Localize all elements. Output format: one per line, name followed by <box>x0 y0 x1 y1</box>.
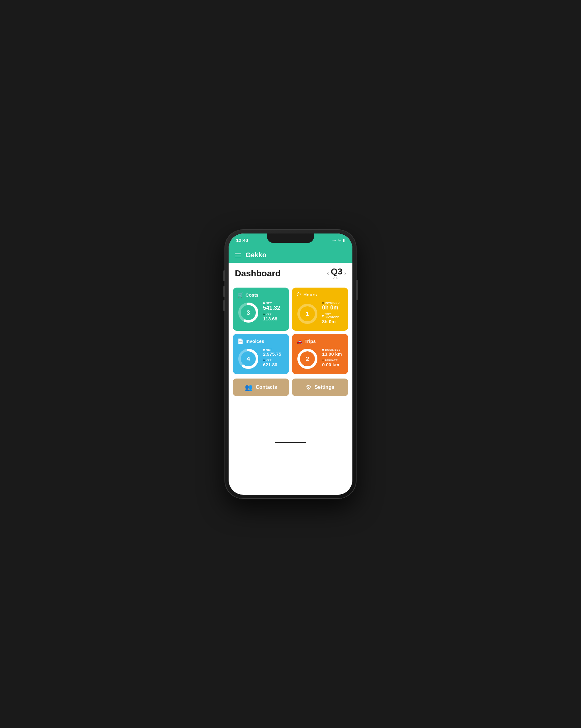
costs-vat-dot <box>263 313 265 315</box>
costs-body: 3 NET 541.32 VAT 113.68 <box>237 302 284 323</box>
hours-not-invoiced-dot <box>322 315 324 317</box>
settings-icon: ⚙ <box>306 384 311 391</box>
costs-net-dot <box>263 302 265 304</box>
trips-private-label: PRIVATE <box>322 359 344 362</box>
invoices-net-label: NET <box>263 348 284 352</box>
hours-not-invoiced-value: 8h 0m <box>322 319 344 324</box>
hours-card-header: ⏱ Hours <box>297 292 344 297</box>
costs-vat-value: 113.68 <box>263 316 284 322</box>
status-bar: 12:40 ···· ∿ ▮ <box>229 234 352 247</box>
invoices-title: Invoices <box>246 339 264 344</box>
costs-net-label: NET <box>263 302 284 305</box>
invoices-vat-label: VAT <box>263 359 284 362</box>
contacts-button[interactable]: 👥 Contacts <box>233 379 289 396</box>
trips-business-value: 13.00 km <box>322 352 344 357</box>
costs-count: 3 <box>246 309 250 316</box>
dashboard-grid: 🛒 Costs 3 NET <box>229 283 352 379</box>
phone-screen: 12:40 ···· ∿ ▮ Gekko Dashboard ‹ Q3 <box>229 234 352 495</box>
bottom-buttons: 👥 Contacts ⚙ Settings <box>229 379 352 400</box>
period-next-button[interactable]: › <box>344 270 346 277</box>
trips-body: 2 BUSINESS 13.00 km PRIVATE 0.00 km <box>297 348 344 370</box>
period-label: Q3 2020 <box>331 267 343 280</box>
menu-button[interactable] <box>235 253 241 257</box>
period-quarter: Q3 <box>331 267 343 276</box>
invoices-donut: 4 <box>237 348 259 370</box>
period-nav: ‹ Q3 2020 › <box>327 267 346 280</box>
home-indicator <box>229 438 352 447</box>
invoices-vat-value: 621.80 <box>263 362 284 368</box>
phone-frame: 12:40 ···· ∿ ▮ Gekko Dashboard ‹ Q3 <box>225 230 356 499</box>
hours-card[interactable]: ⏱ Hours 1 INVOICED <box>292 288 348 331</box>
empty-area <box>229 400 352 438</box>
hours-body: 1 INVOICED 0h 0m NOT INVOICED 8h 0m <box>297 301 344 326</box>
trips-business-label: BUSINESS <box>322 348 344 352</box>
costs-title: Costs <box>246 292 259 297</box>
dashboard-header: Dashboard ‹ Q3 2020 › <box>229 263 352 283</box>
app-title: Gekko <box>246 251 267 259</box>
invoices-count: 4 <box>246 355 250 362</box>
home-bar <box>275 442 306 443</box>
trips-count: 2 <box>305 355 309 362</box>
battery-icon: ▮ <box>343 238 345 242</box>
contacts-label: Contacts <box>256 385 277 390</box>
invoices-body: 4 NET 2,975.75 VAT 621.80 <box>237 348 284 370</box>
wifi-icon: ∿ <box>338 238 341 242</box>
trips-stats: BUSINESS 13.00 km PRIVATE 0.00 km <box>322 348 344 369</box>
trips-business-dot <box>322 349 324 351</box>
trips-title: Trips <box>305 339 316 344</box>
contacts-icon: 👥 <box>245 384 253 391</box>
trips-icon: 🚗 <box>297 338 303 344</box>
costs-card[interactable]: 🛒 Costs 3 NET <box>233 288 289 331</box>
period-year: 2020 <box>331 276 343 280</box>
costs-icon: 🛒 <box>237 292 244 298</box>
hours-invoiced-label: INVOICED <box>322 301 344 305</box>
costs-net-value: 541.32 <box>263 305 284 311</box>
status-icons: ···· ∿ ▮ <box>332 238 345 242</box>
invoices-icon: 📄 <box>237 338 244 344</box>
trips-private-value: 0.00 km <box>322 362 344 368</box>
costs-card-header: 🛒 Costs <box>237 292 284 298</box>
status-time: 12:40 <box>236 238 248 243</box>
hours-icon: ⏱ <box>297 292 301 297</box>
invoices-stats: NET 2,975.75 VAT 621.80 <box>263 348 284 369</box>
trips-card-header: 🚗 Trips <box>297 338 344 344</box>
hours-stats: INVOICED 0h 0m NOT INVOICED 8h 0m <box>322 301 344 326</box>
hours-invoiced-dot <box>322 302 324 304</box>
hours-invoiced-value: 0h 0m <box>322 305 344 311</box>
hours-count: 1 <box>305 310 309 317</box>
hours-donut: 1 <box>297 303 318 325</box>
settings-label: Settings <box>314 385 334 390</box>
invoices-net-value: 2,975.75 <box>263 352 284 357</box>
period-prev-button[interactable]: ‹ <box>327 270 329 277</box>
costs-donut: 3 <box>237 302 259 323</box>
dashboard-title: Dashboard <box>235 268 280 279</box>
signal-icon: ···· <box>332 238 336 242</box>
hours-not-invoiced-label: NOT INVOICED <box>322 313 344 319</box>
app-header: Gekko <box>229 247 352 263</box>
costs-vat-label: VAT <box>263 313 284 316</box>
invoices-card[interactable]: 📄 Invoices 4 NET <box>233 334 289 374</box>
invoices-card-header: 📄 Invoices <box>237 338 284 344</box>
hours-title: Hours <box>303 292 317 297</box>
trips-donut: 2 <box>297 348 318 370</box>
trips-card[interactable]: 🚗 Trips 2 BUSINESS <box>292 334 348 374</box>
invoices-vat-dot <box>263 360 265 361</box>
invoices-net-dot <box>263 349 265 351</box>
costs-stats: NET 541.32 VAT 113.68 <box>263 302 284 323</box>
trips-private-dot <box>322 360 324 361</box>
settings-button[interactable]: ⚙ Settings <box>292 379 348 396</box>
notch <box>267 234 314 243</box>
